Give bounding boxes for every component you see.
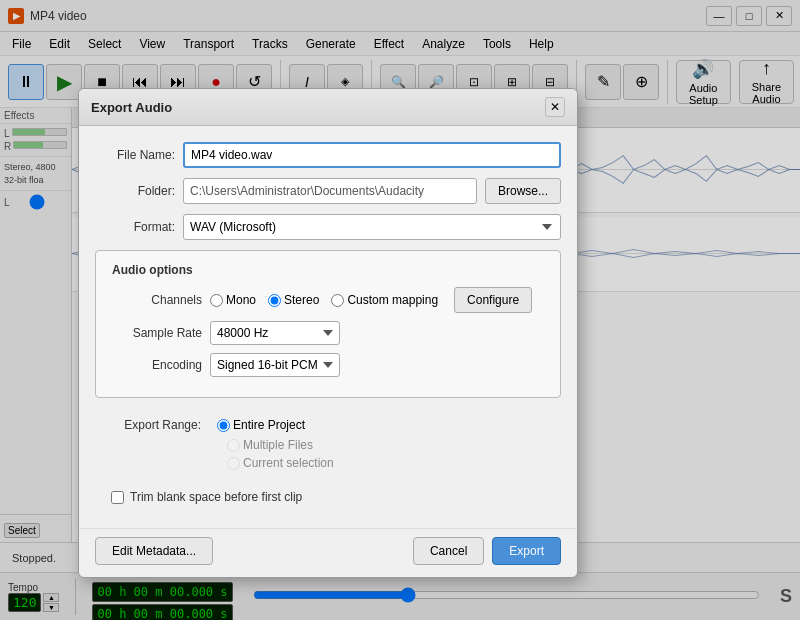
stereo-label: Stereo bbox=[284, 293, 319, 307]
channels-row: Channels Mono Stereo Custom mapping bbox=[112, 287, 544, 313]
channels-radio-group: Mono Stereo Custom mapping bbox=[210, 293, 438, 307]
multiple-files-radio-item[interactable]: Multiple Files bbox=[227, 438, 545, 452]
custom-label: Custom mapping bbox=[347, 293, 438, 307]
folder-label: Folder: bbox=[95, 184, 175, 198]
export-audio-dialog: Export Audio ✕ File Name: Folder: Browse… bbox=[78, 88, 578, 578]
current-selection-radio[interactable] bbox=[227, 457, 240, 470]
encoding-label: Encoding bbox=[112, 358, 202, 372]
trim-checkbox[interactable] bbox=[111, 491, 124, 504]
range-options: Multiple Files Current selection bbox=[211, 438, 545, 470]
file-name-row: File Name: bbox=[95, 142, 561, 168]
entire-project-label: Entire Project bbox=[233, 418, 305, 432]
entire-project-radio-item[interactable]: Entire Project bbox=[217, 418, 305, 432]
export-range-row: Export Range: Entire Project bbox=[111, 418, 545, 432]
format-label: Format: bbox=[95, 220, 175, 234]
sample-rate-select[interactable]: 8000 Hz 16000 Hz 22050 Hz 44100 Hz 48000… bbox=[210, 321, 340, 345]
mono-radio[interactable] bbox=[210, 294, 223, 307]
sample-rate-label: Sample Rate bbox=[112, 326, 202, 340]
multiple-files-radio[interactable] bbox=[227, 439, 240, 452]
folder-input[interactable] bbox=[183, 178, 477, 204]
channels-label: Channels bbox=[112, 293, 202, 307]
export-button[interactable]: Export bbox=[492, 537, 561, 565]
audio-options-box: Audio options Channels Mono Stereo bbox=[95, 250, 561, 398]
dialog-body: File Name: Folder: Browse... Format: WAV… bbox=[79, 126, 577, 528]
custom-radio[interactable] bbox=[331, 294, 344, 307]
export-range-label: Export Range: bbox=[111, 418, 201, 432]
dialog-footer: Edit Metadata... Cancel Export bbox=[79, 528, 577, 577]
entire-project-radio[interactable] bbox=[217, 419, 230, 432]
multiple-files-label: Multiple Files bbox=[243, 438, 313, 452]
trim-label[interactable]: Trim blank space before first clip bbox=[130, 490, 302, 504]
audio-options-title: Audio options bbox=[112, 263, 544, 277]
sample-rate-row: Sample Rate 8000 Hz 16000 Hz 22050 Hz 44… bbox=[112, 321, 544, 345]
footer-left: Edit Metadata... bbox=[95, 537, 213, 565]
stereo-radio[interactable] bbox=[268, 294, 281, 307]
browse-button[interactable]: Browse... bbox=[485, 178, 561, 204]
folder-row: Folder: Browse... bbox=[95, 178, 561, 204]
custom-radio-item[interactable]: Custom mapping bbox=[331, 293, 438, 307]
edit-metadata-button[interactable]: Edit Metadata... bbox=[95, 537, 213, 565]
modal-overlay: Export Audio ✕ File Name: Folder: Browse… bbox=[0, 0, 800, 620]
stereo-radio-item[interactable]: Stereo bbox=[268, 293, 319, 307]
cancel-button[interactable]: Cancel bbox=[413, 537, 484, 565]
encoding-select[interactable]: Signed 16-bit PCM Signed 24-bit PCM Sign… bbox=[210, 353, 340, 377]
current-selection-radio-item[interactable]: Current selection bbox=[227, 456, 545, 470]
file-name-input[interactable] bbox=[183, 142, 561, 168]
configure-button[interactable]: Configure bbox=[454, 287, 532, 313]
format-row: Format: WAV (Microsoft) AIFF (Apple) MP3… bbox=[95, 214, 561, 240]
current-selection-label: Current selection bbox=[243, 456, 334, 470]
mono-label: Mono bbox=[226, 293, 256, 307]
footer-right: Cancel Export bbox=[413, 537, 561, 565]
encoding-row: Encoding Signed 16-bit PCM Signed 24-bit… bbox=[112, 353, 544, 377]
file-name-label: File Name: bbox=[95, 148, 175, 162]
mono-radio-item[interactable]: Mono bbox=[210, 293, 256, 307]
trim-row: Trim blank space before first clip bbox=[95, 490, 561, 512]
dialog-title: Export Audio bbox=[91, 100, 172, 115]
dialog-close-button[interactable]: ✕ bbox=[545, 97, 565, 117]
dialog-header: Export Audio ✕ bbox=[79, 89, 577, 126]
export-range-box: Export Range: Entire Project Multiple Fi… bbox=[95, 410, 561, 478]
format-select[interactable]: WAV (Microsoft) AIFF (Apple) MP3 OGG Vor… bbox=[183, 214, 561, 240]
